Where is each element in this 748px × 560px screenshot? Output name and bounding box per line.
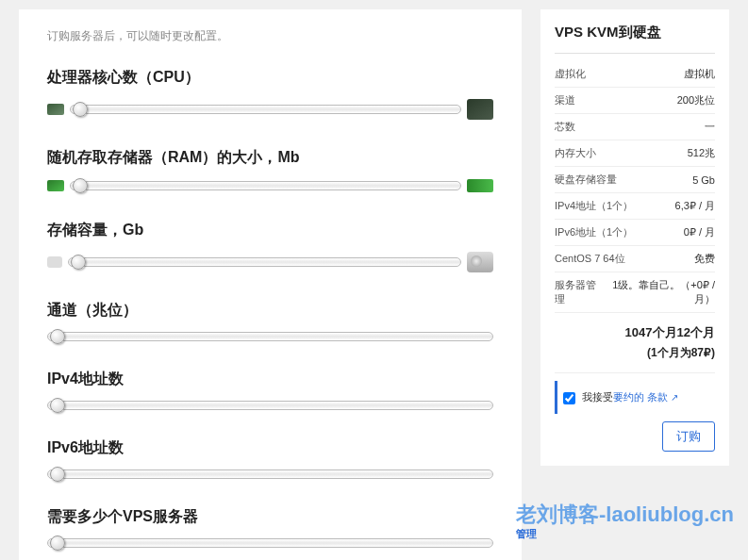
ram-slider[interactable] (70, 181, 461, 190)
cpu-min-icon (47, 104, 64, 115)
config-ram: 随机存取存储器（RAM）的大小，Mb (47, 148, 493, 192)
vpscount-label: 需要多少个VPS服务器 (47, 507, 493, 527)
channel-slider[interactable] (47, 332, 493, 341)
terms-link[interactable]: 条款 (647, 391, 668, 403)
intro-text: 订购服务器后，可以随时更改配置。 (47, 28, 493, 44)
slider-thumb[interactable] (50, 535, 65, 551)
ipv6-label: IPv6地址数 (47, 438, 493, 458)
ram-max-icon (467, 179, 493, 192)
summary-row: 渠道200兆位 (555, 88, 715, 114)
summary-row: CentOS 7 64位免费 (555, 246, 715, 272)
slider-thumb[interactable] (73, 102, 88, 117)
slider-thumb[interactable] (50, 398, 65, 413)
config-ipv6: IPv6地址数 (47, 438, 493, 479)
config-panel: 订购服务器后，可以随时更改配置。 处理器核心数（CPU） 随机存取存储器（RAM… (19, 9, 522, 560)
ram-label: 随机存取存储器（RAM）的大小，Mb (47, 148, 493, 168)
slider-thumb[interactable] (50, 329, 65, 344)
slider-thumb[interactable] (73, 178, 88, 193)
total-main: 1047个月12个月 (555, 324, 715, 341)
total-section: 1047个月12个月 (1个月为87₽) (555, 313, 715, 373)
slider-thumb[interactable] (71, 255, 86, 270)
config-ipv4: IPv4地址数 (47, 370, 493, 410)
storage-slider[interactable] (68, 257, 461, 267)
config-vpscount: 需要多少个VPS服务器 (47, 507, 493, 548)
terms-mid-link[interactable]: 要约的 (613, 391, 644, 403)
summary-row: IPv4地址（1个）6,3₽ / 月 (555, 193, 715, 220)
ipv4-label: IPv4地址数 (47, 370, 493, 389)
terms-row: 我接受要约的 条款 ↗ (555, 381, 715, 414)
channel-label: 通道（兆位） (47, 301, 493, 321)
summary-row: 芯数一 (555, 114, 715, 140)
terms-prefix: 我接受 (582, 391, 613, 403)
cpu-label: 处理器核心数（CPU） (47, 68, 493, 88)
summary-row: 服务器管理1级。靠自己。（+0₽ / 月） (555, 272, 715, 313)
ipv6-slider[interactable] (47, 469, 493, 479)
summary-row: 硬盘存储容量5 Gb (555, 167, 715, 193)
order-button[interactable]: 订购 (662, 421, 715, 452)
slider-thumb[interactable] (50, 467, 65, 482)
summary-panel: VPS KVM到硬盘 虚拟化虚拟机 渠道200兆位 芯数一 内存大小512兆 硬… (540, 9, 729, 466)
total-sub: (1个月为87₽) (555, 345, 715, 361)
terms-checkbox[interactable] (563, 392, 575, 404)
disk-max-icon (467, 252, 493, 272)
config-channel: 通道（兆位） (47, 301, 493, 341)
summary-row: 内存大小512兆 (555, 140, 715, 167)
config-storage: 存储容量，Gb (47, 221, 493, 272)
summary-title: VPS KVM到硬盘 (555, 24, 715, 54)
summary-row: IPv6地址（1个）0₽ / 月 (555, 220, 715, 246)
cpu-slider[interactable] (70, 105, 461, 114)
external-link-icon: ↗ (671, 392, 678, 403)
storage-label: 存储容量，Gb (47, 221, 493, 240)
config-cpu: 处理器核心数（CPU） (47, 68, 493, 120)
cpu-max-icon (467, 99, 493, 120)
ipv4-slider[interactable] (47, 401, 493, 410)
disk-min-icon (47, 256, 62, 268)
summary-row: 虚拟化虚拟机 (555, 61, 715, 88)
ram-min-icon (47, 180, 64, 191)
vpscount-slider[interactable] (47, 538, 493, 548)
